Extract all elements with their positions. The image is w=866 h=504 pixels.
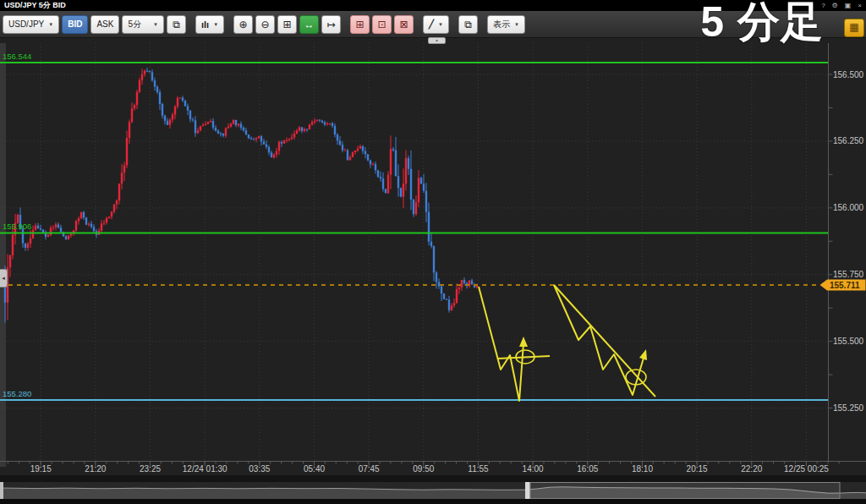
candle [362,146,364,151]
svg-text:156.250: 156.250 [833,136,864,145]
settings-gear-icon[interactable]: ⚙ [832,2,838,9]
candle [425,191,427,212]
candle [225,129,227,136]
svg-text:155.711: 155.711 [830,281,860,290]
candle [370,160,371,164]
chart-type-select[interactable]: ılı ▼ [195,15,224,34]
ask-button[interactable]: ASK [90,15,119,34]
overlay-icon: ⧉ [464,19,472,30]
chevron-down-icon: ▼ [438,22,443,27]
candle [30,238,31,244]
candle [397,176,399,188]
candle [32,230,34,238]
candle [233,120,234,124]
symbol-select[interactable]: USD/JPY ▼ [3,15,59,34]
navigator[interactable] [0,482,866,504]
candle [80,212,82,218]
layout-grid-button[interactable]: ▦ [844,19,864,37]
candle [146,71,148,72]
price-chart[interactable]: 19:1521:2023:2512/24 01:3003:3505:4007:4… [0,38,866,475]
candle [438,282,440,286]
candle [136,92,138,105]
candle [243,128,244,130]
svg-text:20:15: 20:15 [687,464,708,474]
candle [182,98,184,101]
candle [126,138,128,165]
candle [413,200,414,214]
toolbar-collapse-handle[interactable]: ▴ [428,37,446,44]
candle [271,152,272,157]
resistance-line-upper-label: 156.544 [3,52,31,61]
resistance-line-lower-label: 155.906 [3,222,31,231]
candle [430,242,432,246]
zoom-out-button[interactable]: ⊖ [255,15,275,34]
candle [55,224,57,227]
candle [255,138,257,140]
restore-window-icon[interactable]: ▣ [845,2,852,9]
side-panel-handle[interactable]: ◂ [0,269,8,288]
chevron-down-icon: ▼ [48,22,53,27]
candle [78,218,79,221]
navigator-handle[interactable] [525,482,530,499]
candle [240,123,242,128]
candle [60,227,62,232]
add-drawing-button[interactable]: ⊞ [350,15,370,34]
zoom-in-button[interactable]: ⊕ [233,15,253,34]
svg-text:16:05: 16:05 [577,464,598,474]
candle [276,151,277,155]
candle [387,175,389,194]
edit-drawing-button[interactable]: ⊡ [372,15,392,34]
chevron-down-icon: ▼ [213,22,218,27]
candle [189,111,191,120]
candle [88,224,90,225]
candle [58,224,59,227]
candle [344,151,346,151]
candle [50,227,52,234]
candle [103,222,105,223]
candle [93,227,95,231]
timeframe-select[interactable]: 5分 ▼ [122,15,164,34]
candle [456,289,458,303]
navigator-left-handle[interactable] [0,482,3,499]
fit-width-button[interactable]: ↔ [299,15,319,34]
candle [187,106,189,110]
candle [400,188,402,196]
candle [111,211,112,216]
candle [27,244,29,248]
candle [141,74,143,80]
candle [220,134,222,134]
window-controls: ? ⚙ ▣ × [821,2,862,9]
navigator-selection[interactable] [530,483,840,499]
candle [227,127,229,129]
candle [35,226,36,230]
scroll-to-latest-button[interactable]: ↦ [321,15,341,34]
svg-text:155.750: 155.750 [833,270,864,279]
candle [451,305,452,310]
delete-drawing-button[interactable]: ⊠ [394,15,414,34]
candle [443,293,445,299]
pencil-tool-select[interactable]: ╱ ▼ [423,15,449,34]
candle [278,142,280,151]
zoom-out-icon: ⊖ [261,19,270,30]
candle [167,121,168,125]
display-menu-button[interactable]: 表示 ▼ [487,15,525,34]
layout-grid-icon: ▦ [849,21,858,33]
compare-symbol-button[interactable]: ⧉ [167,15,186,34]
candle [441,286,442,293]
pencil-icon: ╱ [429,19,434,29]
candle [75,221,77,230]
bid-button[interactable]: BID [62,15,88,34]
candle [266,145,267,147]
candle [316,120,318,121]
close-icon[interactable]: × [858,2,862,9]
overlay-chart-button[interactable]: ⧉ [458,15,478,34]
candle [70,234,72,236]
scroll-latest-icon: ↦ [327,19,336,30]
current-price-tag: 155.711 [820,280,866,291]
candle [453,303,455,305]
candle [131,108,133,122]
candle [347,151,348,161]
fit-chart-button[interactable]: ⊞ [277,15,297,34]
candle [463,280,465,283]
candle [245,130,247,134]
